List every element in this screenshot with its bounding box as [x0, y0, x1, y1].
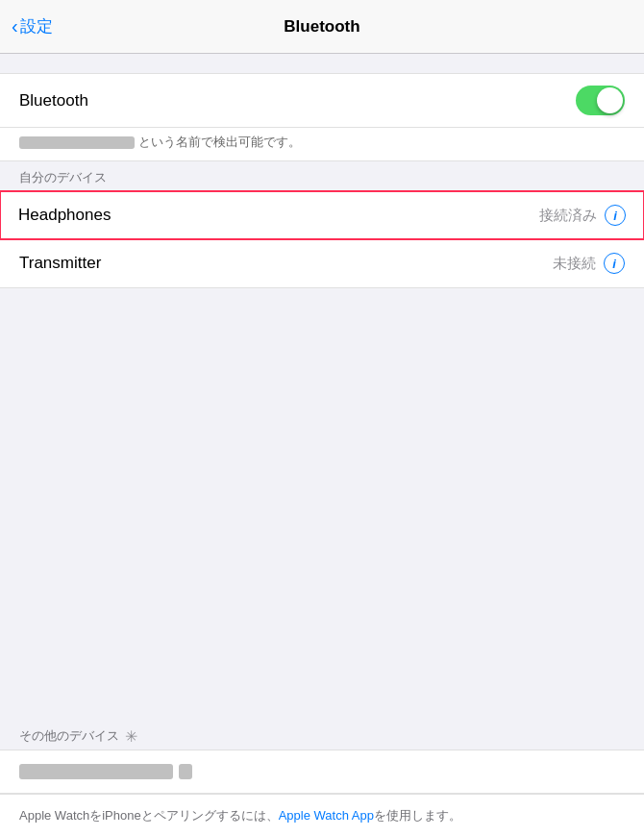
footer-text-after: を使用します。: [374, 808, 461, 823]
device-status-headphones: 接続済み: [539, 207, 597, 225]
nav-bar: ‹ 設定 Bluetooth: [0, 0, 644, 54]
my-devices-list: Headphones 接続済み i Transmitter 未接続 i: [0, 190, 644, 288]
apple-watch-footer: Apple WatchをiPhoneとペアリングするには、Apple Watch…: [0, 794, 644, 837]
blurred-device-name-block: [19, 764, 173, 779]
device-row-headphones[interactable]: Headphones 接続済み i: [0, 190, 644, 240]
my-devices-header: 自分のデバイス: [0, 161, 644, 190]
device-right-transmitter: 未接続 i: [553, 253, 625, 274]
content-area: [0, 288, 644, 720]
bluetooth-toggle-row: Bluetooth: [0, 73, 644, 128]
screen: ‹ 設定 Bluetooth Bluetooth という名前で検出可能です。 自…: [0, 0, 644, 836]
loading-spinner-icon: ✳: [125, 727, 137, 746]
chevron-left-icon: ‹: [12, 15, 18, 37]
back-button[interactable]: ‹ 設定: [12, 15, 53, 37]
other-device-row[interactable]: [0, 750, 644, 794]
bluetooth-label: Bluetooth: [19, 91, 88, 111]
discoverable-text: という名前で検出可能です。: [0, 128, 644, 161]
toggle-knob: [597, 87, 623, 113]
bluetooth-toggle[interactable]: [576, 86, 625, 115]
other-device-blurred-content: [19, 764, 625, 779]
info-button-transmitter[interactable]: i: [604, 253, 625, 274]
device-name-transmitter: Transmitter: [19, 254, 101, 273]
top-spacer: [0, 54, 644, 73]
other-devices-header: その他のデバイス ✳: [0, 720, 644, 750]
blurred-device-signal-block: [179, 764, 192, 779]
footer-text-before: Apple WatchをiPhoneとペアリングするには、: [19, 808, 279, 823]
info-button-headphones[interactable]: i: [605, 205, 626, 226]
device-row-transmitter[interactable]: Transmitter 未接続 i: [0, 239, 644, 287]
device-right-headphones: 接続済み i: [539, 205, 626, 226]
apple-watch-app-link[interactable]: Apple Watch App: [279, 808, 374, 823]
other-devices-label: その他のデバイス: [19, 727, 119, 745]
page-title: Bluetooth: [284, 17, 359, 37]
back-label: 設定: [20, 15, 53, 37]
blurred-device-name: [19, 136, 135, 149]
device-name-headphones: Headphones: [18, 206, 111, 225]
device-status-transmitter: 未接続: [553, 255, 596, 273]
